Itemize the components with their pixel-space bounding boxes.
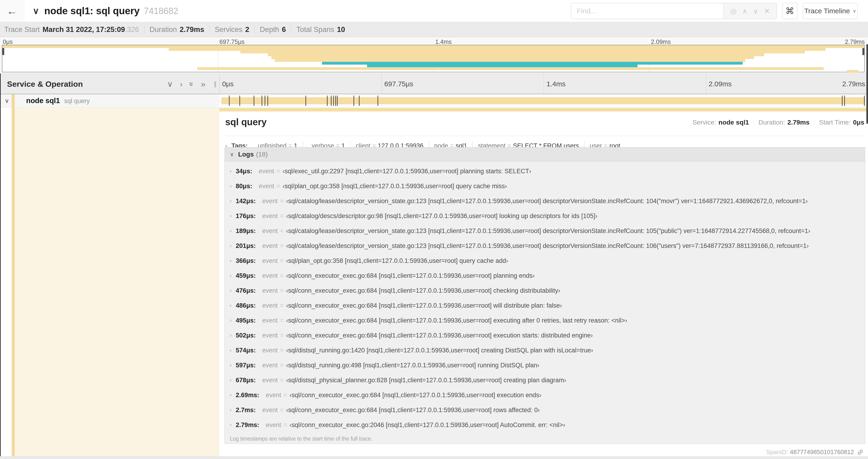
log-field-name: event: [266, 392, 281, 399]
chevron-right-icon[interactable]: ›: [230, 273, 231, 279]
stat-separator: [814, 119, 814, 126]
chevron-right-icon[interactable]: ›: [230, 228, 231, 234]
log-row[interactable]: ›574μs:event=‹sql/distsql_running.go:142…: [225, 343, 865, 358]
span-duration-bar[interactable]: [221, 97, 865, 104]
chevron-right-icon[interactable]: ›: [230, 318, 231, 324]
log-tick-marker: [268, 96, 268, 106]
chevron-right-icon[interactable]: ›: [230, 213, 231, 219]
summary-item: Total Spans10: [296, 25, 345, 34]
log-row[interactable]: ›142μs:event=‹sql/catalog/lease/descript…: [225, 194, 865, 208]
timeline-tick-label: 697.75μs: [384, 74, 413, 94]
log-equals: =: [280, 287, 284, 294]
chevron-right-icon[interactable]: ›: [230, 362, 231, 368]
log-row[interactable]: ›502μs:event=‹sql/conn_executor_exec.go:…: [225, 328, 865, 343]
chevron-right-icon[interactable]: ›: [230, 422, 231, 428]
next-match-icon[interactable]: ∨: [753, 7, 758, 15]
chevron-right-icon[interactable]: ›: [230, 198, 231, 204]
log-tick-marker: [254, 96, 254, 106]
log-row[interactable]: ›80μs:event=‹sql/plan_opt.go:358 [nsql1,…: [225, 179, 865, 194]
chevron-right-icon[interactable]: ›: [230, 407, 231, 413]
chevron-right-icon[interactable]: ›: [230, 168, 231, 174]
log-equals: =: [280, 257, 284, 264]
stat-value: 0μs: [853, 119, 864, 126]
log-row[interactable]: ›459μs:event=‹sql/conn_executor_exec.go:…: [225, 268, 865, 283]
log-row[interactable]: ›678μs:event=‹sql/distsql_physical_plann…: [225, 373, 865, 388]
span-bar-cell[interactable]: [219, 94, 868, 107]
detail-row-accent: [219, 108, 868, 111]
expand-all-icon[interactable]: »: [201, 79, 205, 89]
expand-one-icon[interactable]: ›: [180, 79, 183, 89]
trace-title: node sql1: sql query: [44, 5, 140, 17]
link-icon[interactable]: [856, 447, 865, 457]
summary-item: Trace StartMarch 31 2022, 17:25:09.326: [4, 25, 139, 34]
chevron-right-icon[interactable]: ›: [230, 377, 231, 383]
chevron-right-icon[interactable]: ›: [230, 183, 231, 189]
chevron-right-icon[interactable]: ›: [230, 347, 231, 353]
chevron-right-icon[interactable]: ›: [230, 392, 231, 398]
minimap-span: [2, 45, 864, 48]
span-name-cell[interactable]: ∨ node sql1 sql query: [0, 94, 219, 107]
column-splitter[interactable]: [219, 74, 220, 94]
log-row[interactable]: ›366μs:event=‹sql/plan_opt.go:358 [nsql1…: [225, 253, 865, 268]
minimap-span: [271, 56, 754, 59]
log-row[interactable]: ›201μs:event=‹sql/catalog/lease/descript…: [225, 238, 865, 253]
log-row[interactable]: ›495μs:event=‹sql/conn_executor_exec.go:…: [225, 313, 865, 328]
find-input[interactable]: [571, 3, 723, 19]
back-button[interactable]: ←: [0, 0, 24, 22]
log-row[interactable]: ›597μs:event=‹sql/distsql_running.go:498…: [225, 358, 865, 373]
log-value: ‹sql/plan_opt.go:358 [nsql1,client=127.0…: [286, 257, 508, 264]
chevron-right-icon[interactable]: ›: [230, 332, 231, 338]
collapse-one-icon[interactable]: ∨: [167, 79, 173, 89]
span-children-toggle[interactable]: ∨: [5, 94, 9, 107]
clear-icon[interactable]: ✕: [764, 7, 770, 15]
log-timestamp: 2.7ms:: [236, 406, 256, 414]
chevron-right-icon[interactable]: ›: [230, 302, 231, 308]
collapse-all-icon[interactable]: »: [187, 82, 196, 86]
log-timestamp: 366μs:: [236, 257, 256, 264]
trace-view-selector[interactable]: Trace Timeline ∨: [803, 3, 858, 19]
minimap-canvas[interactable]: [2, 45, 865, 72]
chevron-right-icon[interactable]: ›: [230, 243, 231, 249]
find-controls: ◎∧∨✕: [723, 3, 777, 19]
service-operation-header: Service & Operation: [7, 74, 83, 94]
summary-item-label: Services: [215, 25, 242, 34]
keyboard-shortcuts-button[interactable]: ⌘: [782, 3, 798, 19]
log-row[interactable]: ›476μs:event=‹sql/conn_executor_exec.go:…: [225, 283, 865, 298]
log-timestamp: 495μs:: [236, 317, 256, 324]
page-header: ← ∨ node sql1: sql query 7418682 ◎∧∨✕ ⌘ …: [0, 0, 868, 22]
summary-item-suffix: .326: [125, 25, 139, 34]
log-row[interactable]: ›2.69ms:event=‹sql/conn_executor_exec.go…: [225, 388, 865, 402]
log-field-name: event: [262, 272, 278, 280]
log-row[interactable]: ›486μs:event=‹sql/conn_executor_exec.go:…: [225, 298, 865, 313]
log-value: ‹sql/conn_executor_exec.go:684 [nsql1,cl…: [286, 332, 593, 339]
log-field-name: event: [262, 302, 278, 309]
log-row[interactable]: ›2.7ms:event=‹sql/conn_executor_exec.go:…: [225, 402, 865, 418]
log-value: ‹sql/conn_executor_exec.go:684 [nsql1,cl…: [286, 317, 627, 324]
log-row[interactable]: ›189μs:event=‹sql/catalog/lease/descript…: [225, 223, 865, 238]
log-row[interactable]: ›2.79ms:event=‹sql/conn_executor_exec.go…: [225, 418, 865, 432]
log-equals: =: [280, 377, 284, 384]
prev-match-icon[interactable]: ∧: [742, 7, 747, 15]
chevron-right-icon[interactable]: ›: [230, 288, 231, 294]
column-resizer-grip[interactable]: ∥: [214, 74, 217, 94]
log-row[interactable]: ›34μs:event=‹sql/exec_util.go:2297 [nsql…: [225, 164, 865, 179]
span-row[interactable]: ∨ node sql1 sql query: [0, 94, 868, 107]
back-arrow-icon: ←: [7, 5, 18, 17]
log-field-name: event: [262, 317, 278, 324]
logs-header[interactable]: ∨ Logs (18): [225, 147, 865, 161]
chevron-right-icon[interactable]: ›: [230, 258, 231, 264]
locate-icon[interactable]: ◎: [730, 7, 736, 15]
log-value: ‹sql/catalog/lease/descriptor_version_st…: [286, 227, 810, 235]
log-row[interactable]: ›176μs:event=‹sql/catalog/descs/descript…: [225, 208, 865, 223]
trace-collapse-icon[interactable]: ∨: [33, 6, 39, 16]
log-value: ‹sql/conn_executor_exec.go:684 [nsql1,cl…: [286, 406, 540, 414]
timeline-gridline: [544, 74, 544, 94]
log-field-name: event: [262, 362, 278, 369]
log-value: ‹sql/distsql_physical_planner.go:828 [ns…: [286, 377, 566, 384]
log-timestamp: 189μs:: [236, 227, 256, 235]
log-timestamp: 459μs:: [236, 272, 256, 280]
vertical-scrollbar-thumb[interactable]: [866, 44, 868, 124]
trace-timeline-page: ← ∨ node sql1: sql query 7418682 ◎∧∨✕ ⌘ …: [0, 0, 868, 459]
timeline-minimap: 0μs697.75μs1.4ms2.09ms2.79ms: [0, 37, 868, 73]
chevron-down-icon[interactable]: ∨: [230, 151, 234, 158]
